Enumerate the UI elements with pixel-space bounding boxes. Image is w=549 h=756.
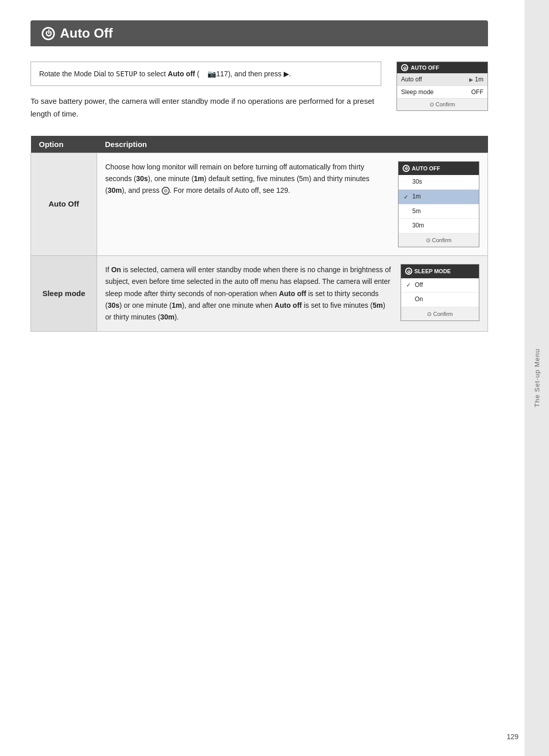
autooff-panel-icon: ⏻	[403, 165, 410, 172]
autooff-item-1m: ✓ 1m	[399, 190, 479, 205]
sleep-option-label: Sleep mode	[42, 289, 85, 298]
autooff-item-5m: 5m	[399, 205, 479, 219]
page-title-bar: ⏻ Auto Off	[30, 20, 488, 46]
top-panel-footer: ⊙ Confirm	[397, 99, 487, 110]
sidebar-label: The Set-up Menu	[533, 348, 541, 407]
page-wrapper: ⏻ Auto Off Rotate the Mode Dial to SETUP…	[0, 0, 518, 377]
col-option-header: Option	[31, 136, 97, 153]
sleep-item-off: ✓ Off	[401, 278, 479, 293]
autooff-option-cell: Auto Off	[31, 153, 97, 255]
sleep-option-cell: Sleep mode	[31, 256, 97, 331]
top-panel-row-sleep: Sleep mode OFF	[397, 86, 487, 99]
page-title-text: Auto Off	[60, 25, 113, 41]
sleep-item-on: On	[401, 293, 479, 307]
autooff-panel-footer: ⊙ Confirm	[399, 234, 479, 247]
top-panel-sleep-value: OFF	[471, 89, 483, 96]
autooff-option-label: Auto Off	[49, 199, 79, 208]
sleep-panel-header-text: SLEEP MODE	[414, 267, 451, 276]
autooff-description-cell: Choose how long monitor will remain on b…	[97, 153, 488, 255]
sleep-panel-footer: ⊙ Confirm	[401, 307, 479, 321]
sleep-panel-icon: ⏻	[405, 268, 412, 275]
top-panel-autooff-value: ▶ 1m	[469, 76, 483, 83]
description-paragraph: To save battery power, the camera will e…	[30, 95, 381, 121]
intro-section: Rotate the Mode Dial to SETUP to select …	[30, 62, 488, 121]
intro-text-block: Rotate the Mode Dial to SETUP to select …	[30, 62, 381, 121]
autooff-menu-panel: ⏻ AUTO OFF 30s ✓ 1m	[398, 161, 479, 247]
autooff-item-30s: 30s	[399, 175, 479, 190]
main-table: Option Description Auto Off Choose how l…	[30, 136, 488, 332]
page-number: 129	[507, 733, 518, 741]
sleep-panel-header: ⏻ SLEEP MODE	[401, 265, 479, 278]
autooff-panel-header-text: AUTO OFF	[412, 164, 440, 173]
table-row-autooff: Auto Off Choose how long monitor will re…	[31, 153, 488, 255]
autooff-item-30m: 30m	[399, 219, 479, 234]
table-row-sleepmode: Sleep mode If On is selected, camera wil…	[31, 256, 488, 331]
autooff-desc-text: Choose how long monitor will remain on b…	[105, 161, 390, 196]
top-panel-icon: ⏻	[401, 64, 408, 71]
top-panel-row-autooff: Auto off ▶ 1m	[397, 73, 487, 86]
autooff-desc-inner: Choose how long monitor will remain on b…	[105, 161, 479, 247]
right-sidebar: The Set-up Menu	[525, 0, 549, 756]
sleep-desc-text: If On is selected, camera will enter sta…	[105, 264, 392, 323]
top-camera-ui-panel: ⏻ AUTO OFF Auto off ▶ 1m Sleep mode OFF …	[396, 62, 488, 111]
col-description-header: Description	[97, 136, 488, 153]
autooff-panel-header: ⏻ AUTO OFF	[399, 162, 479, 175]
top-panel-sleep-label: Sleep mode	[401, 89, 434, 96]
top-panel-header: ⏻ AUTO OFF	[397, 62, 487, 73]
auto-off-title-icon: ⏻	[42, 27, 55, 40]
sleep-desc-inner: If On is selected, camera will enter sta…	[105, 264, 479, 323]
sleep-mode-panel: ⏻ SLEEP MODE ✓ Off On	[401, 264, 479, 321]
top-panel-autooff-label: Auto off	[401, 76, 422, 83]
top-panel-header-text: AUTO OFF	[411, 65, 439, 71]
sleep-description-cell: If On is selected, camera will enter sta…	[97, 256, 488, 331]
instruction-box: Rotate the Mode Dial to SETUP to select …	[30, 62, 381, 86]
